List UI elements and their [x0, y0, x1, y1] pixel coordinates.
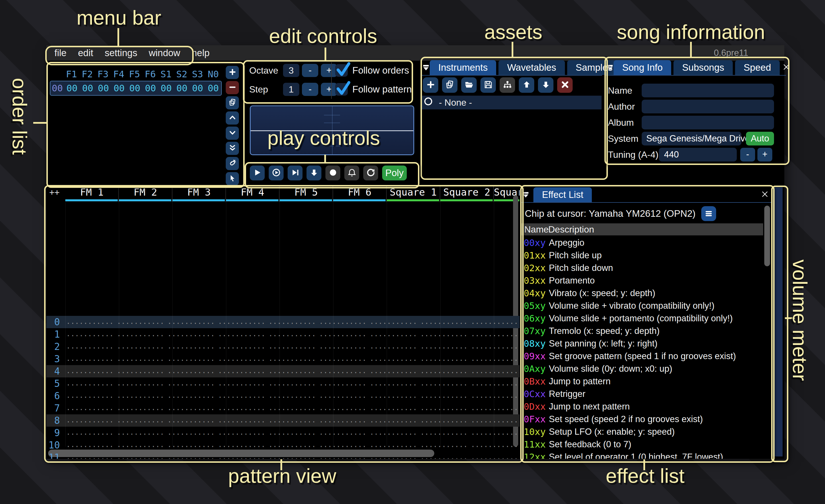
pattern-cell[interactable]: ............ [64, 451, 115, 459]
pattern-cell[interactable]: ............ [368, 316, 419, 328]
assets-open-button[interactable] [461, 77, 477, 93]
effect-item-11xx[interactable]: 11xxSet feedback (0 to 7) [521, 438, 763, 451]
pattern-cell[interactable]: ............ [317, 402, 368, 414]
tuning-input[interactable]: 440 [659, 148, 737, 162]
assets-duplicate-button[interactable] [442, 77, 457, 93]
channel-header-fm-3[interactable]: FM 3 [172, 185, 226, 202]
pattern-cell[interactable]: ............ [216, 353, 267, 365]
pattern-row-0[interactable]: 0.......................................… [47, 316, 520, 328]
pattern-cell[interactable]: ............ [115, 328, 166, 340]
pattern-cell[interactable]: ............ [419, 365, 469, 377]
pattern-cell[interactable]: ............ [267, 439, 317, 451]
pattern-cell[interactable]: ............ [64, 402, 115, 414]
pattern-cell[interactable]: ............ [317, 427, 368, 439]
order-deep-clone-button[interactable] [226, 157, 239, 170]
channel-header-square-2[interactable]: Square 2 [440, 185, 494, 202]
pattern-cell[interactable]: ............ [469, 451, 520, 459]
pattern-cell[interactable]: ............ [115, 353, 166, 365]
pattern-cell[interactable]: ............ [115, 390, 166, 402]
effect-item-10xy[interactable]: 10xySetup LFO (x: enable; y: speed) [521, 426, 763, 438]
pattern-cell[interactable]: ............ [115, 316, 166, 328]
pattern-row-8[interactable]: 8.......................................… [47, 414, 520, 427]
pattern-row-10[interactable]: 10......................................… [47, 439, 520, 451]
effect-list-menu-button[interactable] [701, 206, 716, 221]
effect-item-08xy[interactable]: 08xySet panning (x: left; y: right) [521, 337, 763, 350]
effect-item-0Bxx[interactable]: 0BxxJump to pattern [521, 375, 763, 388]
order-move-up-button[interactable] [226, 111, 239, 124]
pattern-cell[interactable]: ............ [317, 439, 368, 451]
order-cell-7[interactable]: 00 [174, 83, 190, 94]
follow-pattern-checkbox[interactable] [335, 83, 348, 96]
pattern-cell[interactable]: ............ [64, 439, 115, 451]
pattern-cell[interactable]: ............ [115, 377, 166, 390]
name-input[interactable] [642, 84, 774, 97]
pattern-row-11[interactable]: 11......................................… [47, 451, 520, 459]
pattern-cell[interactable]: ............ [419, 328, 469, 340]
pattern-cell[interactable]: ............ [469, 353, 520, 365]
pattern-cell[interactable]: ............ [267, 365, 317, 377]
order-duplicate-button[interactable] [226, 96, 239, 109]
pattern-cell[interactable]: ............ [64, 328, 115, 340]
pattern-cell[interactable]: ............ [317, 414, 368, 427]
pattern-cell[interactable]: ............ [368, 328, 419, 340]
pattern-cell[interactable]: ............ [216, 402, 267, 414]
pattern-cell[interactable]: ............ [166, 439, 216, 451]
pattern-cell[interactable]: ............ [419, 402, 469, 414]
assets-toggle-folders-button[interactable] [500, 77, 515, 93]
pattern-cell[interactable]: ............ [64, 427, 115, 439]
pattern-cell[interactable]: ............ [267, 390, 317, 402]
pattern-cell[interactable]: ............ [64, 316, 115, 328]
pattern-cell[interactable]: ............ [166, 340, 216, 353]
pattern-cell[interactable]: ............ [368, 451, 419, 459]
play-alt-button[interactable] [269, 166, 284, 180]
pattern-cell[interactable]: ............ [115, 451, 166, 459]
pattern-cell[interactable]: ............ [267, 451, 317, 459]
pattern-cell[interactable]: ............ [368, 427, 419, 439]
channel-header-square-1[interactable]: Square 1 [387, 185, 440, 202]
pattern-cell[interactable]: ............ [216, 340, 267, 353]
effect-item-07xy[interactable]: 07xyTremolo (x: speed; y: depth) [521, 325, 763, 337]
menu-item-window[interactable]: window [143, 48, 186, 59]
step-plus-button[interactable]: + [321, 83, 337, 96]
pattern-cell[interactable]: ............ [64, 353, 115, 365]
pattern-cell[interactable]: ............ [216, 414, 267, 427]
effect-list-scrollbar[interactable] [764, 205, 770, 266]
album-input[interactable] [642, 116, 774, 130]
collapse-icon[interactable] [605, 60, 614, 75]
pattern-cell[interactable]: ............ [469, 414, 520, 427]
effect-item-06xy[interactable]: 06xyVolume slide + portamento (compatibi… [521, 312, 763, 325]
order-cell-9[interactable]: 00 [205, 83, 221, 94]
channel-header-fm-1[interactable]: FM 1 [65, 185, 119, 202]
repeat-pattern-button[interactable] [363, 166, 378, 180]
pattern-cell[interactable]: ............ [64, 414, 115, 427]
record-button[interactable] [325, 166, 340, 180]
pattern-row-2[interactable]: 2.......................................… [47, 340, 520, 353]
effect-item-0Axy[interactable]: 0AxyVolume slide (0y: down; x0: up) [521, 362, 763, 375]
metronome-button[interactable] [344, 166, 359, 180]
pattern-cell[interactable]: ............ [368, 377, 419, 390]
tab-effect-list[interactable]: Effect List [533, 187, 592, 202]
assets-add-button[interactable] [423, 77, 438, 93]
pattern-cell[interactable]: ............ [419, 427, 469, 439]
pattern-cell[interactable]: ............ [469, 377, 520, 390]
step-minus-button[interactable]: - [302, 83, 318, 96]
pattern-cell[interactable]: ............ [469, 328, 520, 340]
effect-item-03xx[interactable]: 03xxPortamento [521, 274, 763, 287]
arrow-down-button[interactable] [306, 166, 321, 180]
menu-item-edit[interactable]: edit [72, 48, 99, 59]
order-cell-1[interactable]: 00 [80, 83, 96, 94]
follow-orders-checkbox[interactable] [335, 64, 348, 77]
collapse-icon[interactable] [521, 187, 533, 202]
step-value[interactable]: 1 [283, 83, 299, 96]
pattern-cell[interactable]: ............ [166, 414, 216, 427]
pattern-cell[interactable]: ............ [317, 316, 368, 328]
pattern-cell[interactable]: ............ [115, 402, 166, 414]
play-button[interactable] [250, 166, 265, 180]
pattern-cell[interactable]: ............ [267, 427, 317, 439]
menu-item-help[interactable]: help [186, 48, 215, 59]
pattern-cell[interactable]: ............ [419, 451, 469, 459]
order-add-button[interactable] [226, 66, 239, 79]
pattern-cell[interactable]: ............ [115, 340, 166, 353]
pattern-cell[interactable]: ............ [267, 340, 317, 353]
pattern-cell[interactable]: ............ [469, 427, 520, 439]
